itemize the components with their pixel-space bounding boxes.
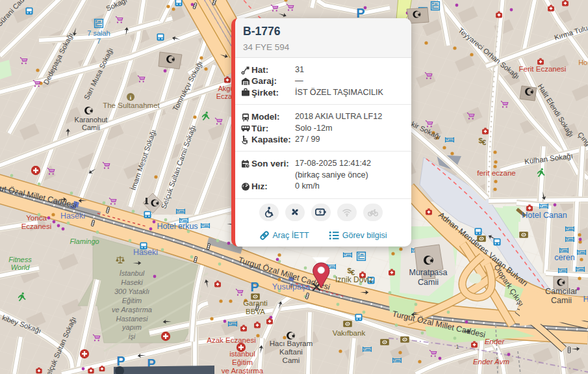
svg-text:Eczanesi: Eczanesi [21, 222, 52, 230]
svg-text:Cami: Cami [283, 356, 300, 364]
svg-text:Muratpasa: Muratpasa [409, 268, 447, 277]
svg-text:Eğitim: Eğitim [122, 297, 142, 304]
svg-text:7 salah: 7 salah [87, 29, 110, 37]
svg-text:Camii: Camii [418, 278, 439, 287]
svg-text:ferit eczane: ferit eczane [477, 169, 515, 177]
svg-text:yapım: yapım [121, 323, 142, 331]
svg-text:işi: işi [129, 332, 136, 340]
svg-text:ve Araştırma: ve Araştırma [222, 367, 264, 374]
svg-text:Fitness: Fitness [8, 256, 32, 263]
svg-text:7: 7 [97, 37, 101, 45]
svg-text:Haseki: Haseki [121, 278, 143, 286]
svg-text:Flamingo: Flamingo [70, 237, 99, 245]
svg-text:Iznik Doviz: Iznik Doviz [335, 275, 373, 284]
svg-text:Hastanesi: Hastanesi [116, 315, 148, 323]
svg-text:Hor: Hor [578, 59, 588, 66]
svg-text:H: H [583, 295, 588, 304]
svg-text:Vakıfbank: Vakıfbank [333, 329, 366, 337]
svg-text:Hacı Bayram: Hacı Bayram [270, 340, 313, 347]
svg-text:1: 1 [455, 343, 459, 350]
svg-text:Camii: Camii [82, 124, 100, 131]
svg-text:istanbul: istanbul [229, 350, 255, 358]
svg-text:Kaftani: Kaftani [279, 348, 303, 356]
svg-text:Camcılar: Camcılar [545, 287, 578, 296]
svg-text:ve Araştırma: ve Araştırma [112, 306, 152, 314]
svg-text:Haseki: Haseki [60, 211, 85, 220]
svg-text:Yonca: Yonca [26, 214, 47, 222]
svg-text:Eğitim: Eğitim [232, 358, 253, 366]
svg-text:Karanohut: Karanohut [75, 116, 108, 124]
svg-text:Ender Avm: Ender Avm [473, 358, 510, 366]
svg-text:300 Yataklı: 300 Yataklı [114, 287, 149, 295]
svg-text:BBVA: BBVA [246, 308, 265, 315]
svg-text:İstanbul: İstanbul [120, 269, 145, 277]
svg-text:Camii: Camii [551, 296, 572, 305]
svg-text:The Sultanahmet: The Sultanahmet [103, 101, 160, 109]
svg-text:ceren: ceren [554, 253, 574, 262]
svg-text:Hotel erkus: Hotel erkus [157, 222, 198, 231]
svg-text:Azak Eczanesi: Azak Eczanesi [207, 336, 255, 344]
svg-text:Hotel Canan: Hotel Canan [522, 211, 567, 220]
svg-text:Yusufpaşa: Yusufpaşa [272, 282, 310, 291]
svg-text:Ender: Ender [485, 338, 505, 345]
svg-text:Garanti: Garanti [243, 299, 268, 307]
svg-text:Ferit Eczanesi: Ferit Eczanesi [519, 65, 567, 73]
svg-text:Haseki: Haseki [133, 248, 158, 257]
svg-text:World: World [11, 263, 31, 271]
